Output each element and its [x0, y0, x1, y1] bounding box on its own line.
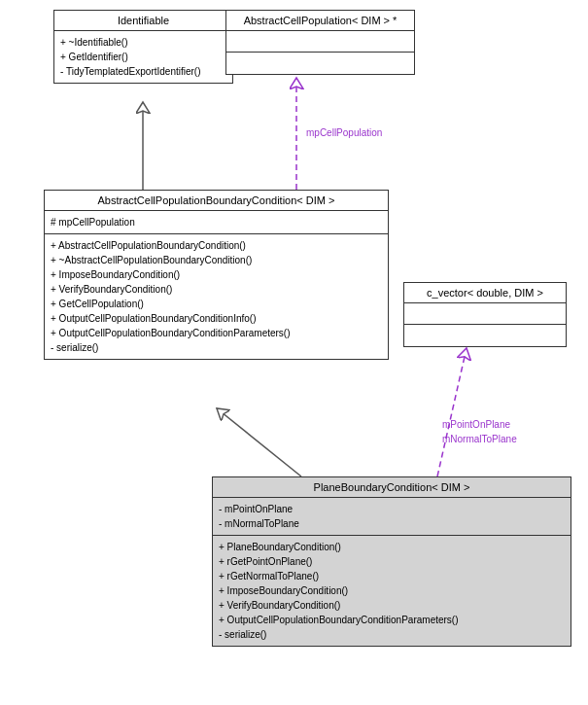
plane-boundary-attributes: - mPointOnPlane - mNormalToPlane [213, 498, 571, 536]
abstract-boundary-method-6: + OutputCellPopulationBoundaryConditionI… [51, 311, 382, 326]
svg-text:mPointOnPlane: mPointOnPlane [442, 419, 510, 430]
c-vector-title: c_vector< double, DIM > [404, 283, 566, 303]
abstract-boundary-method-5: + GetCellPopulation() [51, 297, 382, 311]
identifiable-title: Identifiable [54, 11, 232, 31]
abstract-boundary-method-1: + AbstractCellPopulationBoundaryConditio… [51, 238, 382, 253]
identifiable-method-3: - TidyTemplatedExportIdentifier() [60, 64, 226, 79]
abstract-cell-population-box: AbstractCellPopulation< DIM > * [225, 10, 415, 75]
identifiable-method-1: + ~Identifiable() [60, 35, 226, 50]
svg-line-3 [217, 408, 301, 476]
c-vector-box: c_vector< double, DIM > [403, 282, 567, 347]
identifiable-methods: + ~Identifiable() + GetIdentifier() - Ti… [54, 31, 232, 83]
plane-boundary-title: PlaneBoundaryCondition< DIM > [213, 477, 571, 498]
identifiable-method-2: + GetIdentifier() [60, 50, 226, 64]
plane-boundary-method-6: + OutputCellPopulationBoundaryConditionP… [219, 613, 565, 627]
abstract-cell-population-section2 [226, 53, 414, 74]
abstract-boundary-title: AbstractCellPopulationBoundaryCondition<… [45, 191, 388, 211]
plane-boundary-method-3: + rGetNormalToPlane() [219, 569, 565, 583]
plane-boundary-methods: + PlaneBoundaryCondition() + rGetPointOn… [213, 536, 571, 646]
plane-boundary-box: PlaneBoundaryCondition< DIM > - mPointOn… [212, 476, 571, 647]
abstract-boundary-method-2: + ~AbstractCellPopulationBoundaryConditi… [51, 253, 382, 267]
identifiable-box: Identifiable + ~Identifiable() + GetIden… [53, 10, 233, 84]
plane-boundary-method-4: + ImposeBoundaryCondition() [219, 583, 565, 598]
uml-diagram: Identifiable + ~Identifiable() + GetIden… [0, 0, 588, 705]
plane-boundary-method-5: + VerifyBoundaryCondition() [219, 598, 565, 613]
abstract-boundary-methods: + AbstractCellPopulationBoundaryConditio… [45, 234, 388, 359]
svg-line-4 [437, 348, 467, 476]
abstract-cell-population-title: AbstractCellPopulation< DIM > * [226, 11, 414, 31]
abstract-boundary-method-7: + OutputCellPopulationBoundaryConditionP… [51, 326, 382, 340]
abstract-cell-population-section1 [226, 31, 414, 53]
c-vector-section2 [404, 325, 566, 346]
plane-boundary-attr-1: - mPointOnPlane [219, 502, 565, 516]
plane-boundary-method-2: + rGetPointOnPlane() [219, 554, 565, 569]
c-vector-section1 [404, 303, 566, 325]
plane-boundary-method-7: - serialize() [219, 627, 565, 642]
abstract-boundary-method-8: - serialize() [51, 340, 382, 355]
svg-text:mpCellPopulation: mpCellPopulation [306, 127, 382, 138]
abstract-boundary-method-3: + ImposeBoundaryCondition() [51, 267, 382, 282]
svg-text:mNormalToPlane: mNormalToPlane [442, 434, 517, 444]
abstract-boundary-attributes: # mpCellPopulation [45, 211, 388, 234]
abstract-boundary-box: AbstractCellPopulationBoundaryCondition<… [44, 190, 389, 360]
plane-boundary-attr-2: - mNormalToPlane [219, 516, 565, 531]
plane-boundary-method-1: + PlaneBoundaryCondition() [219, 540, 565, 554]
abstract-boundary-method-4: + VerifyBoundaryCondition() [51, 282, 382, 297]
